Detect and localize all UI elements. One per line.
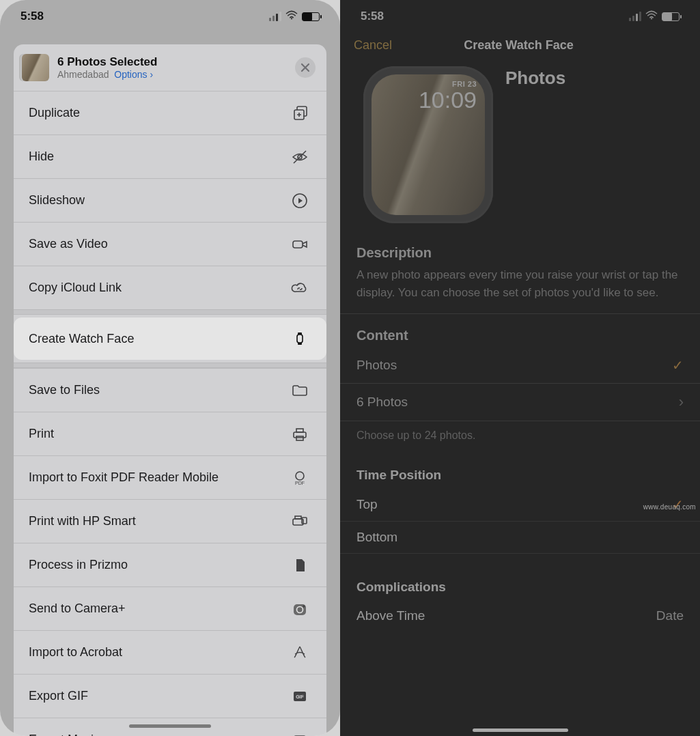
action-duplicate[interactable]: Duplicate [14, 91, 326, 135]
description-header: Description [340, 231, 700, 265]
action-label: Print with HP Smart [29, 514, 136, 528]
row-label: Photos [356, 358, 397, 373]
svg-rect-14 [295, 516, 301, 519]
row-label: 6 Photos [356, 395, 408, 410]
cellular-icon [629, 12, 641, 21]
action-print[interactable]: Print [14, 412, 326, 455]
status-time: 5:58 [20, 10, 44, 23]
cloud-link-icon [288, 279, 311, 297]
row-value: Date [656, 608, 684, 623]
complication-above-time[interactable]: Above Time Date [340, 600, 700, 632]
complications-header: Complications [340, 569, 700, 600]
svg-rect-4 [293, 241, 303, 248]
action-export-gif[interactable]: Export GIF GIF [14, 674, 326, 718]
action-label: Export GIF [29, 689, 88, 703]
checkmark-icon: ✓ [672, 357, 684, 373]
svg-point-0 [291, 18, 292, 19]
wifi-icon [645, 10, 658, 23]
duplicate-icon [288, 104, 311, 122]
action-label: Save as Video [29, 237, 108, 251]
svg-rect-5 [297, 335, 303, 343]
action-label: Export Movie [29, 733, 100, 736]
face-name: Photos [505, 68, 565, 89]
svg-text:GIF: GIF [296, 694, 304, 699]
camera-plus-icon [288, 600, 311, 618]
svg-text:PDF: PDF [295, 481, 305, 485]
action-label: Slideshow [29, 193, 85, 208]
action-camera-plus[interactable]: Send to Camera+ [14, 586, 326, 630]
watch-preview[interactable]: FRI 23 10:09 [363, 66, 493, 223]
action-label: Save to Files [29, 383, 100, 397]
content-header: Content [340, 314, 700, 348]
action-label: Send to Camera+ [29, 601, 126, 616]
action-label: Print [29, 427, 54, 441]
content-hint: Choose up to 24 photos. [340, 421, 700, 457]
action-label: Hide [29, 150, 54, 164]
hide-icon [288, 148, 311, 166]
action-label: Process in Prizmo [29, 558, 128, 572]
sheet-title: 6 Photos Selected [57, 55, 287, 69]
row-label: Top [356, 497, 378, 512]
home-indicator [473, 728, 568, 732]
foxit-pdf-icon: PDF [288, 469, 311, 487]
action-label: Import to Foxit PDF Reader Mobile [29, 470, 219, 485]
action-hide[interactable]: Hide [14, 135, 326, 178]
status-bar: 5:58 [340, 0, 700, 33]
acrobat-icon [288, 644, 311, 662]
play-circle-icon [288, 192, 311, 210]
svg-rect-6 [298, 332, 302, 335]
gif-icon: GIF [288, 688, 311, 705]
action-icloud-link[interactable]: Copy iCloud Link [14, 266, 326, 309]
scroll-indicator [129, 724, 211, 728]
sheet-location: Ahmedabad [57, 69, 109, 80]
action-foxit[interactable]: Import to Foxit PDF Reader Mobile PDF [14, 455, 326, 499]
status-time: 5:58 [361, 10, 384, 23]
preview-time: 10:09 [419, 88, 477, 111]
action-hp-smart[interactable]: Print with HP Smart [14, 499, 326, 543]
wifi-icon [285, 10, 298, 23]
document-icon [288, 556, 311, 574]
chevron-right-icon: › [679, 393, 684, 411]
cellular-icon [269, 12, 281, 21]
battery-icon [302, 12, 320, 21]
page-title: Create Watch Face [464, 38, 573, 53]
cancel-button[interactable]: Cancel [354, 38, 392, 53]
movie-play-icon [288, 731, 311, 737]
action-slideshow[interactable]: Slideshow [14, 178, 326, 222]
content-count-row[interactable]: 6 Photos › [340, 384, 700, 421]
action-label: Duplicate [29, 106, 80, 120]
share-sheet-screenshot: 5:58 6 Photos Selected Ahmedabad Options… [0, 0, 340, 736]
video-icon [288, 236, 311, 253]
watermark: www.deuaq.com [643, 503, 696, 511]
action-save-files[interactable]: Save to Files [14, 368, 326, 412]
battery-icon [662, 12, 680, 21]
watch-app-screenshot: 5:58 Cancel Create Watch Face FRI 23 10:… [340, 0, 700, 736]
svg-rect-9 [296, 429, 303, 432]
action-label: Create Watch Face [29, 332, 134, 346]
content-photos-row[interactable]: Photos ✓ [340, 348, 700, 384]
printer-icon [288, 425, 311, 443]
description-body: A new photo appears every time you raise… [340, 265, 700, 313]
status-bar: 5:58 [0, 0, 340, 33]
row-label: Bottom [356, 530, 397, 545]
svg-point-18 [303, 606, 305, 607]
svg-rect-7 [298, 343, 302, 345]
hp-print-icon [288, 513, 311, 530]
watch-icon [288, 330, 311, 348]
time-position-header: Time Position [340, 457, 700, 488]
time-position-bottom[interactable]: Bottom [340, 522, 700, 554]
share-sheet: 6 Photos Selected Ahmedabad Options › Du… [14, 44, 326, 736]
action-create-watch-face[interactable]: Create Watch Face [14, 317, 326, 360]
options-link[interactable]: Options › [114, 69, 153, 80]
action-save-video[interactable]: Save as Video [14, 222, 326, 266]
action-label: Import to Acrobat [29, 645, 122, 660]
action-prizmo[interactable]: Process in Prizmo [14, 543, 326, 586]
close-button[interactable] [295, 57, 316, 78]
svg-point-11 [296, 472, 304, 480]
photo-thumbnail[interactable] [22, 54, 49, 81]
folder-icon [288, 382, 311, 399]
nav-bar: Cancel Create Watch Face [340, 33, 700, 59]
svg-point-22 [651, 18, 652, 19]
action-label: Copy iCloud Link [29, 281, 122, 295]
action-acrobat[interactable]: Import to Acrobat [14, 630, 326, 674]
